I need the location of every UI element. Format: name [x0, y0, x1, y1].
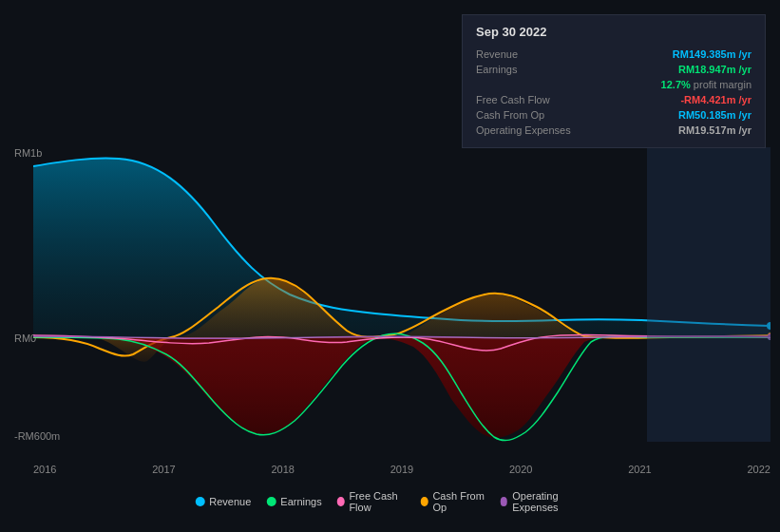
legend-fcf-dot: [337, 497, 345, 506]
x-label-2017: 2017: [152, 464, 175, 475]
earnings-value: RM18.947m /yr: [678, 64, 751, 75]
chart-container: Sep 30 2022 Revenue RM149.385m /yr Earni…: [0, 0, 780, 532]
legend-earnings[interactable]: Earnings: [266, 496, 321, 507]
opex-label: Operating Expenses: [476, 124, 571, 136]
legend-opex[interactable]: Operating Expenses: [501, 490, 585, 513]
legend-cfo-label: Cash From Op: [432, 490, 485, 513]
x-label-2021: 2021: [628, 464, 651, 475]
tooltip-date: Sep 30 2022: [476, 25, 751, 39]
revenue-area: [33, 159, 770, 337]
x-axis-labels: 2016 2017 2018 2019 2020 2021 2022: [33, 464, 770, 475]
x-label-2018: 2018: [272, 464, 295, 475]
opex-row: Operating Expenses RM19.517m /yr: [476, 123, 751, 138]
earnings-label: Earnings: [476, 64, 517, 75]
cfo-row: Cash From Op RM50.185m /yr: [476, 107, 751, 123]
fcf-row: Free Cash Flow -RM4.421m /yr: [476, 92, 751, 107]
legend-cfo[interactable]: Cash From Op: [421, 490, 485, 513]
opex-value: RM19.517m /yr: [678, 124, 751, 136]
legend-revenue-dot: [195, 497, 204, 506]
legend-revenue[interactable]: Revenue: [195, 496, 251, 507]
x-label-2019: 2019: [390, 464, 413, 475]
legend-earnings-label: Earnings: [280, 496, 321, 507]
earnings-row: Earnings RM18.947m /yr: [476, 62, 751, 77]
legend-earnings-dot: [266, 497, 276, 506]
x-label-2020: 2020: [509, 464, 532, 475]
x-label-2016: 2016: [33, 464, 56, 475]
legend-fcf[interactable]: Free Cash Flow: [337, 490, 406, 513]
fcf-label: Free Cash Flow: [476, 94, 550, 105]
chart-legend: Revenue Earnings Free Cash Flow Cash Fro…: [195, 490, 585, 513]
legend-opex-dot: [501, 497, 508, 506]
legend-fcf-label: Free Cash Flow: [349, 490, 405, 513]
revenue-label: Revenue: [476, 48, 518, 60]
zero-line: [33, 337, 770, 338]
cfo-label: Cash From Op: [476, 109, 544, 121]
profit-margin-row: 12.7% profit margin: [476, 77, 751, 92]
revenue-row: Revenue RM149.385m /yr: [476, 47, 751, 62]
profit-margin-value: 12.7% profit margin: [661, 79, 751, 90]
legend-cfo-dot: [421, 497, 428, 506]
revenue-value: RM149.385m /yr: [673, 48, 751, 60]
tooltip-box: Sep 30 2022 Revenue RM149.385m /yr Earni…: [462, 14, 766, 148]
legend-revenue-label: Revenue: [209, 496, 251, 507]
chart-area: [33, 147, 770, 442]
cfo-value: RM50.185m /yr: [678, 109, 751, 121]
chart-svg: [33, 147, 770, 442]
x-label-2022: 2022: [748, 464, 770, 475]
legend-opex-label: Operating Expenses: [512, 490, 585, 513]
fcf-value: -RM4.421m /yr: [680, 94, 751, 105]
